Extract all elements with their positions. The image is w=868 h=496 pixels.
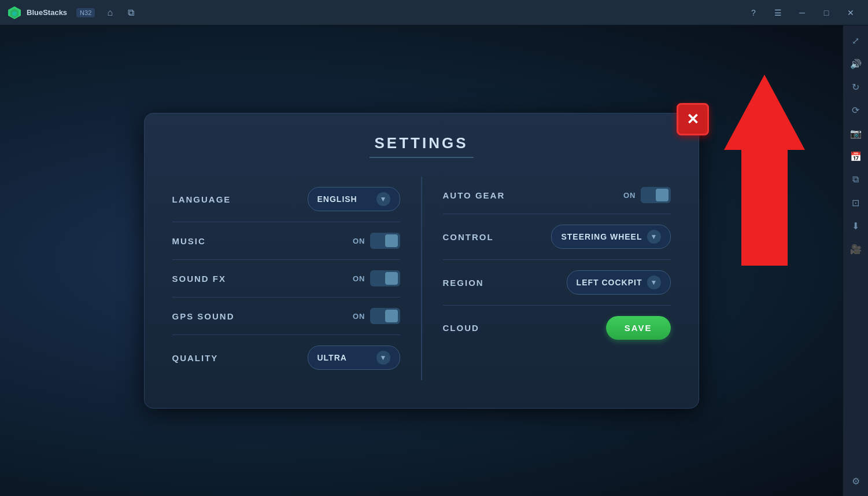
language-setting-row: LANGUAGE ENGLISH ▼ [172, 177, 400, 222]
control-dropdown[interactable]: STEERING WHEEL ▼ [551, 225, 670, 249]
volume-icon[interactable]: 🔊 [845, 53, 866, 74]
layers2-icon[interactable]: ⧉ [845, 169, 866, 190]
autogear-toggle-knob [656, 189, 668, 201]
expand-icon[interactable]: ⤢ [845, 30, 866, 51]
help-icon[interactable]: ? [743, 5, 764, 21]
titlebar-icons: ⌂ ⧉ [102, 5, 139, 21]
soundfx-toggle[interactable] [370, 270, 400, 286]
left-settings-panel: LANGUAGE ENGLISH ▼ MUSIC ON [172, 177, 422, 380]
gpssound-setting-row: GPS SOUND ON [172, 297, 400, 335]
dialog-overlay: ✕ SETTINGS LANGUAGE ENGLISH ▼ [0, 25, 843, 496]
home-icon[interactable]: ⌂ [102, 5, 118, 21]
window-close-button[interactable]: ✕ [840, 5, 861, 21]
quality-setting-row: QUALITY ULTRA ▼ [172, 335, 400, 380]
control-label: CONTROL [443, 232, 494, 242]
quality-value: ULTRA [317, 353, 347, 362]
quality-label: QUALITY [172, 353, 219, 363]
music-toggle[interactable] [370, 233, 400, 249]
language-dropdown-arrow: ▼ [376, 192, 390, 206]
quality-dropdown[interactable]: ULTRA ▼ [308, 346, 400, 370]
autogear-label: AUTO GEAR [443, 190, 505, 200]
language-label: LANGUAGE [172, 194, 231, 204]
app-title: BlueStacks [27, 8, 67, 17]
cloud-setting-row: CLOUD SAVE [443, 306, 671, 350]
settings-dialog: ✕ SETTINGS LANGUAGE ENGLISH ▼ [144, 113, 699, 409]
autogear-toggle-label: ON [623, 191, 636, 200]
region-dropdown[interactable]: LEFT COCKPIT ▼ [567, 270, 671, 295]
window-controls: ? ☰ ─ □ ✕ [743, 5, 861, 21]
cloud-save-button[interactable]: SAVE [606, 316, 671, 340]
quality-dropdown-arrow: ▼ [376, 351, 390, 365]
menu-icon[interactable]: ☰ [767, 5, 788, 21]
version-badge: N32 [76, 8, 95, 17]
minimize-button[interactable]: ─ [792, 5, 812, 21]
region-value: LEFT COCKPIT [577, 278, 642, 287]
soundfx-label: SOUND FX [172, 274, 227, 284]
dialog-content: LANGUAGE ENGLISH ▼ MUSIC ON [172, 177, 671, 380]
gpssound-label: GPS SOUND [172, 311, 235, 321]
layers-icon[interactable]: ⧉ [123, 5, 139, 21]
music-setting-row: MUSIC ON [172, 222, 400, 260]
gpssound-toggle-group: ON [353, 308, 400, 324]
region-setting-row: REGION LEFT COCKPIT ▼ [443, 260, 671, 306]
download-icon[interactable]: ⬇ [845, 215, 866, 236]
resize-icon[interactable]: ⊡ [845, 192, 866, 213]
gpssound-toggle-knob [385, 310, 398, 322]
region-dropdown-arrow: ▼ [647, 275, 661, 289]
refresh-icon[interactable]: ↻ [845, 76, 866, 97]
camera2-icon[interactable]: 🎥 [845, 238, 866, 259]
soundfx-toggle-label: ON [353, 274, 365, 283]
rotate-icon[interactable]: ⟳ [845, 100, 866, 120]
control-setting-row: CONTROL STEERING WHEEL ▼ [443, 214, 671, 260]
soundfx-toggle-group: ON [353, 270, 400, 286]
music-toggle-label: ON [353, 237, 365, 245]
region-label: REGION [443, 278, 484, 288]
music-toggle-group: ON [353, 233, 400, 249]
title-underline [370, 157, 474, 158]
right-settings-panel: AUTO GEAR ON CONTROL STEERING WHEEL [422, 177, 671, 380]
gpssound-toggle-label: ON [353, 312, 365, 321]
game-area: ✕ SETTINGS LANGUAGE ENGLISH ▼ [0, 25, 843, 496]
bluestacks-logo [7, 5, 22, 20]
music-label: MUSIC [172, 236, 206, 246]
autogear-setting-row: AUTO GEAR ON [443, 177, 671, 214]
dialog-title: SETTINGS [172, 134, 671, 152]
autogear-toggle[interactable] [641, 187, 671, 203]
gpssound-toggle[interactable] [370, 308, 400, 324]
soundfx-toggle-knob [385, 272, 398, 285]
language-dropdown[interactable]: ENGLISH ▼ [308, 187, 400, 211]
right-sidebar: ⤢ 🔊 ↻ ⟳ 📷 📅 ⧉ ⊡ ⬇ 🎥 ⚙ [843, 25, 868, 496]
settings-icon[interactable]: ⚙ [845, 471, 866, 491]
screenshot-icon[interactable]: 📷 [845, 123, 866, 144]
titlebar: BlueStacks N32 ⌂ ⧉ ? ☰ ─ □ ✕ [0, 0, 868, 25]
autogear-toggle-group: ON [623, 187, 671, 203]
close-button[interactable]: ✕ [677, 103, 709, 135]
maximize-button[interactable]: □ [816, 5, 837, 21]
music-toggle-knob [385, 234, 398, 247]
control-dropdown-arrow: ▼ [647, 230, 661, 244]
soundfx-setting-row: SOUND FX ON [172, 260, 400, 297]
calendar-icon[interactable]: 📅 [845, 146, 866, 167]
control-value: STEERING WHEEL [561, 232, 642, 241]
language-value: ENGLISH [317, 194, 357, 204]
cloud-label: CLOUD [443, 323, 479, 333]
